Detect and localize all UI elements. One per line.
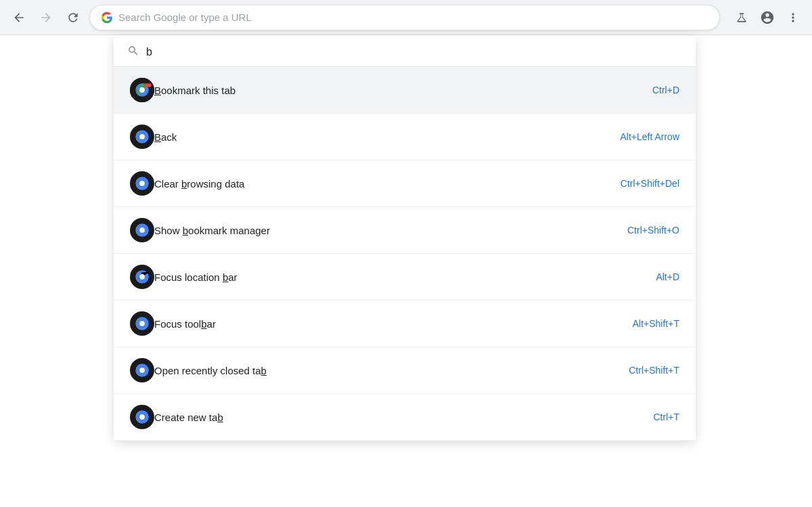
menu-item-focus-location-bar[interactable]: Focus location bar Alt+D [114, 254, 696, 301]
back-shortcut: Alt+Left Arrow [620, 131, 679, 142]
flask-button[interactable] [731, 7, 752, 28]
svg-point-21 [139, 321, 145, 326]
omnibox-placeholder: Search Google or type a URL [118, 12, 708, 23]
menu-item-open-recently-closed[interactable]: Open recently closed tab Ctrl+Shift+T [114, 347, 696, 394]
command-palette: b Bookmark this tab Ctrl+D [114, 35, 696, 441]
menu-items-list: Bookmark this tab Ctrl+D Back Alt+Left A… [114, 67, 696, 441]
focus-location-bar-label: Focus location bar [154, 271, 656, 283]
menu-item-back[interactable]: Back Alt+Left Arrow [114, 114, 696, 160]
chrome-icon-focus-location [130, 265, 154, 289]
svg-point-6 [139, 87, 145, 93]
menu-button[interactable] [782, 7, 804, 28]
dropdown-search-row: b [114, 35, 696, 67]
toolbar-icons [731, 7, 804, 28]
svg-point-24 [139, 368, 145, 373]
recently-closed-shortcut: Ctrl+Shift+T [629, 365, 679, 376]
chrome-icon-focus-toolbar [130, 311, 154, 336]
menu-item-bookmark-tab[interactable]: Bookmark this tab Ctrl+D [114, 67, 696, 114]
focus-toolbar-label: Focus toolbar [154, 318, 633, 330]
menu-item-clear-browsing[interactable]: Clear browsing data Ctrl+Shift+Del [114, 160, 696, 207]
chrome-icon-bookmark-manager [130, 218, 154, 242]
bookmark-tab-shortcut: Ctrl+D [652, 85, 679, 95]
chrome-icon-back [130, 125, 154, 149]
focus-location-bar-shortcut: Alt+D [656, 271, 679, 282]
bookmark-manager-shortcut: Ctrl+Shift+O [627, 225, 679, 236]
clear-browsing-shortcut: Ctrl+Shift+Del [621, 178, 679, 189]
bookmark-tab-label: Bookmark this tab [154, 85, 652, 96]
search-icon [127, 45, 139, 60]
browser-toolbar: Search Google or type a URL [0, 0, 812, 35]
svg-point-18 [139, 274, 145, 280]
new-tab-label: Create new tab [154, 412, 654, 423]
chrome-icon-new-tab [130, 405, 154, 429]
svg-point-12 [139, 181, 145, 186]
menu-item-bookmark-manager[interactable]: Show bookmark manager Ctrl+Shift+O [114, 207, 696, 254]
chrome-icon-clear-browsing [130, 171, 154, 196]
new-tab-shortcut: Ctrl+T [654, 412, 680, 422]
search-typed-text: b [146, 46, 152, 58]
back-label: Back [154, 131, 620, 143]
focus-toolbar-shortcut: Alt+Shift+T [633, 318, 679, 329]
svg-point-15 [139, 227, 145, 233]
forward-button[interactable] [35, 7, 57, 28]
omnibox[interactable]: Search Google or type a URL [89, 5, 720, 30]
recently-closed-label: Open recently closed tab [154, 365, 629, 376]
google-logo [101, 12, 113, 24]
menu-item-create-new-tab[interactable]: Create new tab Ctrl+T [114, 394, 696, 441]
svg-point-9 [139, 134, 145, 139]
back-button[interactable] [8, 7, 30, 28]
menu-item-focus-toolbar[interactable]: Focus toolbar Alt+Shift+T [114, 301, 696, 347]
chrome-icon-recently-closed [130, 358, 154, 382]
clear-browsing-label: Clear browsing data [154, 178, 621, 190]
bookmark-manager-label: Show bookmark manager [154, 225, 627, 236]
reload-button[interactable] [62, 7, 84, 28]
svg-point-27 [139, 414, 145, 420]
chrome-icon-bookmark [130, 78, 154, 102]
profile-button[interactable] [757, 7, 778, 28]
